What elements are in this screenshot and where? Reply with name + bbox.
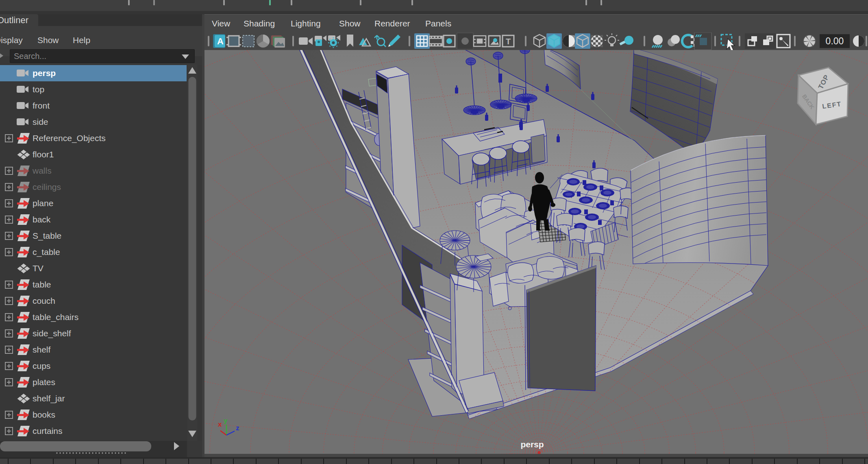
svg-text:z: z bbox=[236, 424, 239, 432]
svg-text:T: T bbox=[506, 37, 511, 46]
svg-text:x: x bbox=[218, 420, 222, 428]
svg-text:y: y bbox=[224, 417, 228, 425]
svg-text:A: A bbox=[217, 36, 224, 46]
svg-text:persp: persp bbox=[520, 440, 544, 449]
svg-text:0.00: 0.00 bbox=[826, 36, 844, 46]
